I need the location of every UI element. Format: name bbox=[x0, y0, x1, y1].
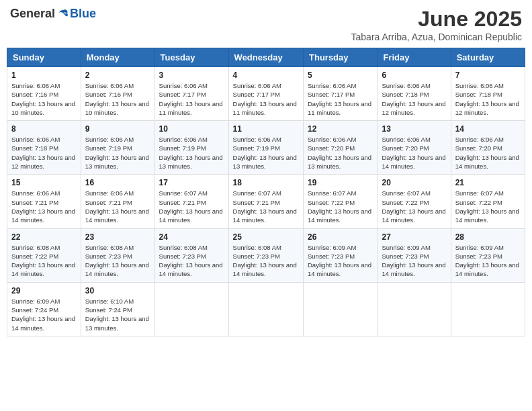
logo-blue-text: Blue bbox=[70, 7, 96, 21]
logo: General Blue bbox=[10, 7, 96, 21]
day-info: Sunrise: 6:06 AMSunset: 7:16 PMDaylight:… bbox=[85, 81, 150, 117]
day-info: Sunrise: 6:06 AMSunset: 7:20 PMDaylight:… bbox=[455, 135, 521, 171]
day-info: Sunrise: 6:06 AMSunset: 7:17 PMDaylight:… bbox=[233, 81, 299, 117]
day-info: Sunrise: 6:07 AMSunset: 7:22 PMDaylight:… bbox=[455, 189, 521, 224]
day-info: Sunrise: 6:09 AMSunset: 7:24 PMDaylight:… bbox=[11, 297, 77, 332]
table-row: 22Sunrise: 6:08 AMSunset: 7:22 PMDayligh… bbox=[7, 228, 81, 282]
day-number: 5 bbox=[308, 71, 373, 80]
day-info: Sunrise: 6:08 AMSunset: 7:23 PMDaylight:… bbox=[85, 243, 150, 279]
table-row: 30Sunrise: 6:10 AMSunset: 7:24 PMDayligh… bbox=[81, 282, 154, 336]
day-number: 14 bbox=[455, 124, 521, 134]
calendar-week-row: 8Sunrise: 6:06 AMSunset: 7:18 PMDaylight… bbox=[7, 121, 525, 175]
day-info: Sunrise: 6:07 AMSunset: 7:21 PMDaylight:… bbox=[233, 189, 299, 224]
day-info: Sunrise: 6:08 AMSunset: 7:23 PMDaylight:… bbox=[159, 243, 224, 279]
table-row: 26Sunrise: 6:09 AMSunset: 7:23 PMDayligh… bbox=[304, 228, 378, 282]
day-info: Sunrise: 6:09 AMSunset: 7:23 PMDaylight:… bbox=[455, 243, 521, 279]
day-info: Sunrise: 6:08 AMSunset: 7:23 PMDaylight:… bbox=[233, 243, 299, 279]
table-row: 25Sunrise: 6:08 AMSunset: 7:23 PMDayligh… bbox=[228, 228, 303, 282]
day-info: Sunrise: 6:07 AMSunset: 7:21 PMDaylight:… bbox=[159, 189, 224, 224]
table-row: 28Sunrise: 6:09 AMSunset: 7:23 PMDayligh… bbox=[451, 228, 525, 282]
table-row: 9Sunrise: 6:06 AMSunset: 7:19 PMDaylight… bbox=[81, 121, 154, 175]
day-number: 21 bbox=[455, 178, 521, 187]
day-number: 10 bbox=[159, 124, 224, 134]
table-row: 7Sunrise: 6:06 AMSunset: 7:18 PMDaylight… bbox=[451, 67, 525, 121]
day-number: 30 bbox=[85, 286, 150, 295]
day-number: 12 bbox=[308, 124, 373, 134]
day-info: Sunrise: 6:06 AMSunset: 7:20 PMDaylight:… bbox=[308, 135, 373, 171]
table-row: 1Sunrise: 6:06 AMSunset: 7:16 PMDaylight… bbox=[7, 67, 81, 121]
table-row: 8Sunrise: 6:06 AMSunset: 7:18 PMDaylight… bbox=[7, 121, 81, 175]
title-section: June 2025 Tabara Arriba, Azua, Dominican… bbox=[351, 7, 522, 42]
day-info: Sunrise: 6:06 AMSunset: 7:18 PMDaylight:… bbox=[455, 81, 521, 117]
calendar-week-row: 1Sunrise: 6:06 AMSunset: 7:16 PMDaylight… bbox=[7, 67, 525, 121]
day-info: Sunrise: 6:06 AMSunset: 7:19 PMDaylight:… bbox=[233, 135, 299, 171]
header-tuesday: Tuesday bbox=[154, 48, 228, 67]
day-number: 28 bbox=[455, 232, 521, 242]
table-row: 3Sunrise: 6:06 AMSunset: 7:17 PMDaylight… bbox=[154, 67, 228, 121]
table-row: 21Sunrise: 6:07 AMSunset: 7:22 PMDayligh… bbox=[451, 175, 525, 228]
table-row: 19Sunrise: 6:07 AMSunset: 7:22 PMDayligh… bbox=[304, 175, 378, 228]
day-number: 3 bbox=[159, 71, 224, 80]
day-number: 9 bbox=[85, 124, 150, 134]
table-row: 16Sunrise: 6:06 AMSunset: 7:21 PMDayligh… bbox=[81, 175, 154, 228]
day-number: 19 bbox=[308, 178, 373, 187]
calendar-week-row: 29Sunrise: 6:09 AMSunset: 7:24 PMDayligh… bbox=[7, 282, 525, 336]
month-year-title: June 2025 bbox=[351, 7, 522, 32]
calendar-week-row: 15Sunrise: 6:06 AMSunset: 7:21 PMDayligh… bbox=[7, 175, 525, 228]
day-number: 16 bbox=[85, 178, 150, 187]
day-info: Sunrise: 6:08 AMSunset: 7:22 PMDaylight:… bbox=[11, 243, 77, 279]
day-info: Sunrise: 6:09 AMSunset: 7:23 PMDaylight:… bbox=[308, 243, 373, 279]
day-info: Sunrise: 6:10 AMSunset: 7:24 PMDaylight:… bbox=[85, 297, 150, 332]
day-info: Sunrise: 6:06 AMSunset: 7:20 PMDaylight:… bbox=[382, 135, 446, 171]
day-number: 8 bbox=[11, 124, 77, 134]
day-number: 25 bbox=[233, 232, 299, 242]
table-row: 17Sunrise: 6:07 AMSunset: 7:21 PMDayligh… bbox=[154, 175, 228, 228]
header-sunday: Sunday bbox=[7, 48, 81, 67]
day-number: 4 bbox=[233, 71, 299, 80]
day-info: Sunrise: 6:06 AMSunset: 7:21 PMDaylight:… bbox=[85, 189, 150, 224]
day-info: Sunrise: 6:06 AMSunset: 7:17 PMDaylight:… bbox=[308, 81, 373, 117]
logo-general-text: General bbox=[10, 7, 55, 21]
day-info: Sunrise: 6:07 AMSunset: 7:22 PMDaylight:… bbox=[382, 189, 446, 224]
day-info: Sunrise: 6:06 AMSunset: 7:16 PMDaylight:… bbox=[11, 81, 77, 117]
day-number: 20 bbox=[382, 178, 446, 187]
day-number: 17 bbox=[159, 178, 224, 187]
table-row bbox=[154, 282, 228, 336]
day-number: 27 bbox=[382, 232, 446, 242]
table-row: 5Sunrise: 6:06 AMSunset: 7:17 PMDaylight… bbox=[304, 67, 378, 121]
day-number: 23 bbox=[85, 232, 150, 242]
table-row: 10Sunrise: 6:06 AMSunset: 7:19 PMDayligh… bbox=[154, 121, 228, 175]
day-info: Sunrise: 6:06 AMSunset: 7:19 PMDaylight:… bbox=[159, 135, 224, 171]
table-row: 13Sunrise: 6:06 AMSunset: 7:20 PMDayligh… bbox=[378, 121, 451, 175]
day-number: 13 bbox=[382, 124, 446, 134]
day-number: 7 bbox=[455, 71, 521, 80]
day-number: 18 bbox=[233, 178, 299, 187]
table-row: 12Sunrise: 6:06 AMSunset: 7:20 PMDayligh… bbox=[304, 121, 378, 175]
table-row: 29Sunrise: 6:09 AMSunset: 7:24 PMDayligh… bbox=[7, 282, 81, 336]
header-friday: Friday bbox=[378, 48, 451, 67]
day-info: Sunrise: 6:06 AMSunset: 7:18 PMDaylight:… bbox=[11, 135, 77, 171]
header-monday: Monday bbox=[81, 48, 154, 67]
table-row: 27Sunrise: 6:09 AMSunset: 7:23 PMDayligh… bbox=[378, 228, 451, 282]
table-row: 4Sunrise: 6:06 AMSunset: 7:17 PMDaylight… bbox=[228, 67, 303, 121]
table-row: 20Sunrise: 6:07 AMSunset: 7:22 PMDayligh… bbox=[378, 175, 451, 228]
logo-bird-icon bbox=[56, 7, 70, 21]
day-info: Sunrise: 6:06 AMSunset: 7:18 PMDaylight:… bbox=[382, 81, 446, 117]
day-info: Sunrise: 6:06 AMSunset: 7:19 PMDaylight:… bbox=[85, 135, 150, 171]
table-row: 2Sunrise: 6:06 AMSunset: 7:16 PMDaylight… bbox=[81, 67, 154, 121]
day-number: 2 bbox=[85, 71, 150, 80]
day-info: Sunrise: 6:06 AMSunset: 7:17 PMDaylight:… bbox=[159, 81, 224, 117]
page-header: General Blue June 2025 Tabara Arriba, Az… bbox=[7, 7, 525, 42]
day-number: 29 bbox=[11, 286, 77, 295]
calendar-week-row: 22Sunrise: 6:08 AMSunset: 7:22 PMDayligh… bbox=[7, 228, 525, 282]
table-row: 18Sunrise: 6:07 AMSunset: 7:21 PMDayligh… bbox=[228, 175, 303, 228]
day-number: 22 bbox=[11, 232, 77, 242]
day-number: 15 bbox=[11, 178, 77, 187]
calendar-table: Sunday Monday Tuesday Wednesday Thursday… bbox=[7, 48, 525, 336]
day-number: 26 bbox=[308, 232, 373, 242]
header-saturday: Saturday bbox=[451, 48, 525, 67]
table-row: 23Sunrise: 6:08 AMSunset: 7:23 PMDayligh… bbox=[81, 228, 154, 282]
header-thursday: Thursday bbox=[304, 48, 378, 67]
table-row: 14Sunrise: 6:06 AMSunset: 7:20 PMDayligh… bbox=[451, 121, 525, 175]
day-info: Sunrise: 6:07 AMSunset: 7:22 PMDaylight:… bbox=[308, 189, 373, 224]
